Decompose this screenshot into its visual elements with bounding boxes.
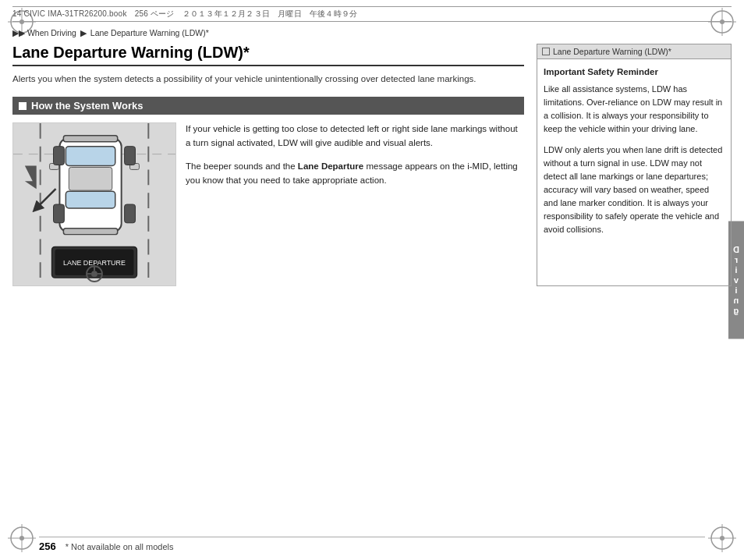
- top-header: 14 CIVIC IMA-31TR26200.book 256 ページ ２０１３…: [12, 6, 732, 22]
- section-header-title: How the System Works: [31, 100, 143, 112]
- right-sidebar: Lane Departure Warning (LDW)* Important …: [537, 44, 732, 286]
- section-text: If your vehicle is getting too close to …: [186, 122, 524, 286]
- page-number: 256: [39, 541, 56, 552]
- main-content: Lane Departure Warning (LDW)* Alerts you…: [12, 44, 732, 286]
- header-file-text: 14 CIVIC IMA-31TR26200.book 256 ページ ２０１３…: [12, 9, 357, 18]
- car-image: LANE DEPARTURE: [12, 122, 176, 286]
- sidebar-body: Important Safety Reminder Like all assis…: [537, 59, 731, 250]
- section-body: LANE DEPARTURE If your vehicle is gettin…: [12, 122, 524, 286]
- svg-rect-26: [54, 147, 65, 165]
- footer-note: * Not available on all models: [66, 542, 174, 551]
- breadcrumb: ▶▶ When Driving ▶ Lane Departure Warning…: [12, 25, 732, 42]
- left-column: Lane Departure Warning (LDW)* Alerts you…: [12, 44, 524, 286]
- page-subtitle: Alerts you when the system detects a pos…: [12, 73, 524, 86]
- section-header: How the System Works: [12, 97, 524, 115]
- header-file-info: 14 CIVIC IMA-31TR26200.book 256 ページ ２０１３…: [12, 9, 732, 19]
- svg-rect-21: [69, 168, 112, 191]
- sidebar-important-title: Important Safety Reminder: [544, 66, 725, 80]
- svg-rect-27: [125, 147, 136, 165]
- section-paragraph-1: If your vehicle is getting too close to …: [186, 122, 524, 151]
- page-footer: 256 * Not available on all models: [39, 537, 705, 552]
- sidebar-paragraph-2: LDW only alerts you when lane drift is d…: [544, 144, 725, 236]
- svg-point-40: [91, 271, 97, 277]
- sidebar-header-text: Lane Departure Warning (LDW)*: [553, 47, 671, 56]
- breadcrumb-item-2: Lane Departure Warning (LDW)*: [90, 28, 209, 37]
- svg-rect-28: [54, 204, 65, 223]
- section-header-square: [19, 102, 27, 110]
- sidebar-checkbox-icon: [542, 48, 550, 55]
- car-image-inner: LANE DEPARTURE: [13, 123, 175, 285]
- svg-rect-19: [66, 147, 115, 166]
- section-p2-prefix: The beeper sounds and the: [186, 161, 298, 171]
- breadcrumb-arrow2: ▶: [80, 28, 87, 37]
- svg-rect-25: [63, 229, 117, 235]
- section-paragraph-2: The beeper sounds and the Lane Departure…: [186, 160, 524, 188]
- page-title: Lane Departure Warning (LDW)*: [12, 44, 524, 66]
- sidebar-paragraph-1: Like all assistance systems, LDW has lim…: [544, 83, 725, 136]
- breadcrumb-arrow1: ▶▶: [12, 28, 25, 37]
- sidebar-header: Lane Departure Warning (LDW)*: [537, 44, 731, 59]
- page-outer: 14 CIVIC IMA-31TR26200.book 256 ページ ２０１３…: [0, 0, 744, 560]
- svg-rect-20: [66, 191, 115, 208]
- svg-rect-24: [63, 136, 117, 142]
- section-p2-bold: Lane Departure: [298, 161, 363, 171]
- svg-rect-29: [125, 204, 136, 223]
- breadcrumb-item-1: When Driving: [27, 28, 76, 37]
